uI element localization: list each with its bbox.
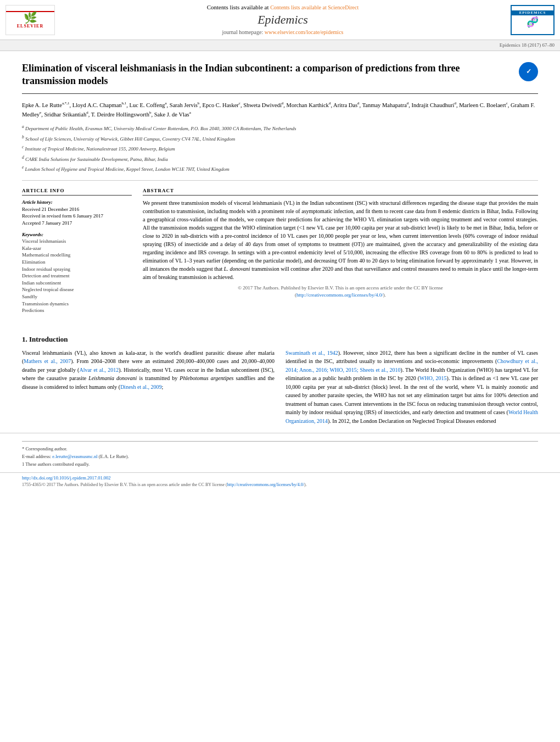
mathers-link[interactable]: Mathers et al., 2007 <box>24 358 71 364</box>
contents-text: Contents lists available at <box>207 4 270 10</box>
corresponding-author-note: * Corresponding author. <box>22 446 538 453</box>
affiliations-section: a Department of Public Health, Erasmus M… <box>22 124 538 181</box>
received-date: Received 21 December 2016 <box>22 206 132 213</box>
authors-section: Epke A. Le Ruttea,*,1, Lloyd A.C. Chapma… <box>22 101 538 120</box>
affiliation-a: a Department of Public Health, Erasmus M… <box>22 124 538 133</box>
sciencedirect-text: Contents lists available at Contents lis… <box>66 3 500 12</box>
epidemics-logo-label: EPIDEMICS <box>512 10 553 16</box>
chowdhury-link[interactable]: Chowdhury et al., 2014; Anon., 2016; WHO… <box>285 358 538 373</box>
journal-center: Contents lists available at Contents lis… <box>55 3 511 36</box>
epidemics-logo-icon: 🧬 <box>527 15 539 29</box>
journal-header: 🌿 ELSEVIER Contents lists available at C… <box>0 0 560 40</box>
dinesh-link[interactable]: Dinesh et al., 2009 <box>120 384 161 390</box>
received-revised-date: Received in revised form 6 January 2017 <box>22 213 132 220</box>
keyword-3: Mathematical modelling <box>22 252 132 259</box>
article-history-label: Article history: <box>22 199 132 206</box>
keyword-9: Sandfly <box>22 293 132 300</box>
who2014-link[interactable]: World Health Organization, 2014 <box>285 409 538 424</box>
introduction-title: 1. Introduction <box>22 334 538 344</box>
keyword-7: Indian subcontinent <box>22 280 132 287</box>
journal-homepage-link[interactable]: www.elsevier.com/locate/epidemics <box>265 29 344 35</box>
equal-contribution-note: 1 These authors contributed equally. <box>22 461 538 468</box>
abstract-text: We present three transmission models of … <box>143 199 538 281</box>
email-label: E-mail address: <box>22 454 51 459</box>
body-text-section: 1. Introduction Visceral leishmaniasis (… <box>0 334 560 429</box>
elsevier-logo: 🌿 ELSEVIER <box>5 5 55 35</box>
main-content-area: Elimination of visceral leishmaniasis in… <box>0 51 560 328</box>
keywords-label: Keywords: <box>22 231 132 238</box>
keyword-6: Detection and treatment <box>22 272 132 280</box>
keyword-11: Predictions <box>22 307 132 314</box>
keyword-1: Visceral leishmaniasis <box>22 238 132 245</box>
sciencedirect-link[interactable]: Contents lists available at ScienceDirec… <box>270 4 359 10</box>
bottom-license-text: 1755-4365/© 2017 The Authors. Published … <box>22 482 538 488</box>
abstract-heading: Abstract <box>143 187 538 196</box>
introduction-body: Visceral leishmaniasis (VL), also known … <box>22 349 538 429</box>
accepted-date: Accepted 7 January 2017 <box>22 220 132 227</box>
section-number: 1. <box>22 335 27 343</box>
journal-title: Epidemics <box>66 12 500 29</box>
cc-license-text: © 2017 The Authors. Published by Elsevie… <box>143 284 538 298</box>
cc-license-link[interactable]: http://creativecommons.org/licenses/by/4… <box>296 292 383 298</box>
journal-homepage: journal homepage: www.elsevier.com/locat… <box>66 29 500 36</box>
footnote-divider <box>22 441 538 442</box>
article-info-heading: Article Info <box>22 187 132 196</box>
bottom-bar: http://dx.doi.org/10.1016/j.epidem.2017.… <box>0 472 560 490</box>
keyword-5: Indoor residual spraying <box>22 266 132 273</box>
ease-text: ease <box>29 384 38 390</box>
elsevier-tree-icon: 🌿 <box>24 12 37 23</box>
abstract-col: Abstract We present three transmission m… <box>143 187 538 314</box>
crossmark-badge: ✓ <box>519 62 538 81</box>
intro-left-col: Visceral leishmaniasis (VL), also known … <box>22 349 275 429</box>
email-suffix: (E.A. Le Rutte). <box>99 454 129 459</box>
footnotes-section: * Corresponding author. E-mail address: … <box>0 433 560 472</box>
section-name: Introduction <box>29 335 68 343</box>
journal-volume-text: Epidemics 18 (2017) 67–80 <box>500 42 555 48</box>
doi-link[interactable]: http://dx.doi.org/10.1016/j.epidem.2017.… <box>22 475 111 481</box>
affiliation-c: c Institute of Tropical Medicine, Nation… <box>22 144 538 153</box>
affiliation-b: b School of Life Sciences, University of… <box>22 134 538 143</box>
email-link[interactable]: e.lerutte@erasmusmc.nl <box>52 454 97 459</box>
doi-link-bar: http://dx.doi.org/10.1016/j.epidem.2017.… <box>22 475 538 482</box>
keyword-2: Kala-azar <box>22 245 132 252</box>
keywords-section: Keywords: Visceral leishmaniasis Kala-az… <box>22 231 132 314</box>
intro-para-1: Visceral leishmaniasis (VL), also known … <box>22 349 275 392</box>
elsevier-name: ELSEVIER <box>17 23 43 29</box>
article-info-col: Article Info Article history: Received 2… <box>22 187 132 314</box>
bottom-license-link[interactable]: http://creativecommons.org/licenses/by/4… <box>227 482 304 487</box>
keyword-10: Transmission dynamics <box>22 300 132 308</box>
journal-volume-bar: Epidemics 18 (2017) 67–80 <box>0 40 560 51</box>
keyword-4: Elimination <box>22 259 132 266</box>
alvar-link[interactable]: Alvar et al., 2012 <box>79 367 119 373</box>
article-title-section: Elimination of visceral leishmaniasis in… <box>22 62 538 94</box>
who-link[interactable]: WHO, 2015 <box>419 375 447 381</box>
article-title: Elimination of visceral leishmaniasis in… <box>22 62 513 88</box>
keyword-8: Neglected tropical disease <box>22 286 132 293</box>
intro-right-col: Swaminath et al., 1942). However, since … <box>285 349 538 429</box>
epidemics-journal-logo: EPIDEMICS 🧬 <box>511 5 555 35</box>
info-abstract-section: Article Info Article history: Received 2… <box>22 187 538 314</box>
affiliation-d: d CARE India Solutions for Sustainable D… <box>22 154 538 164</box>
intro-para-2: Swaminath et al., 1942). However, since … <box>285 349 538 426</box>
email-note: E-mail address: e.lerutte@erasmusmc.nl (… <box>22 454 538 460</box>
affiliation-e: e London School of Hygiene and Tropical … <box>22 164 538 174</box>
swaminath-link[interactable]: Swaminath et al., 1942 <box>285 350 338 356</box>
